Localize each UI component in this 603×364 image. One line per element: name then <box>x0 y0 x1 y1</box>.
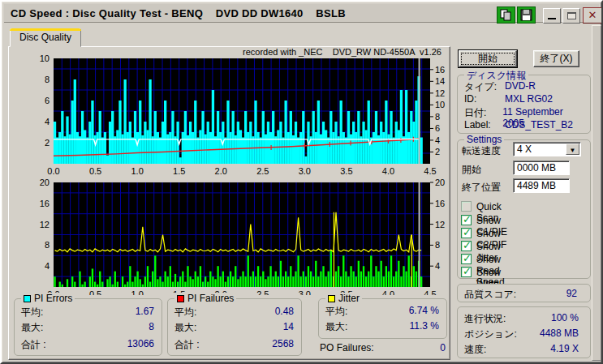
svg-text:4.0: 4.0 <box>382 289 394 295</box>
svg-text:20: 20 <box>435 178 445 187</box>
svg-text:4.0: 4.0 <box>382 166 394 176</box>
progress-row: ポジション:4488 MB <box>464 328 579 341</box>
jitter-legend-swatch <box>328 295 335 302</box>
pi-errors-box: PI Errors 平均:1.67 最大:8 合計 :13066 <box>14 298 162 356</box>
clipboard-icon <box>500 9 512 21</box>
chevron-down-icon[interactable]: ▼ <box>566 143 579 155</box>
window-title: CD Speed : Disc Quality Test - BENQ DVD … <box>11 7 346 19</box>
po-failures-row: PO Failures:0 <box>320 342 446 353</box>
svg-text:10: 10 <box>40 54 50 63</box>
disc-info-row: Label:CDS_TEST_B2 <box>464 119 583 131</box>
quality-charts: 2468102468101214160.00.51.01.52.02.53.03… <box>9 47 451 295</box>
minimize-icon[interactable] <box>543 8 561 24</box>
stat-row: 合計 :13066 <box>21 338 154 352</box>
svg-text:4: 4 <box>435 261 440 271</box>
svg-text:4: 4 <box>45 117 50 126</box>
pi-failures-caption: PI Failures <box>174 293 236 304</box>
save-icon[interactable] <box>517 6 536 24</box>
svg-text:3.0: 3.0 <box>299 166 311 176</box>
end-pos-field[interactable]: 4489 MB <box>513 178 570 193</box>
svg-text:8: 8 <box>45 240 50 250</box>
svg-text:0.0: 0.0 <box>47 166 59 176</box>
jitter-box: Jitter 平均:6.74 % 最大:11.3 % <box>318 298 447 339</box>
pi-errors-caption: PI Errors <box>21 293 75 304</box>
svg-text:8: 8 <box>435 240 440 250</box>
svg-text:8: 8 <box>435 112 440 122</box>
svg-text:2: 2 <box>45 138 50 148</box>
svg-text:2.5: 2.5 <box>256 166 269 176</box>
svg-text:8: 8 <box>45 75 50 84</box>
checkbox-icon[interactable]: ✓ <box>461 267 472 277</box>
pi-failures-box: PI Failures 平均:0.48 最大:14 合計 :2568 <box>167 298 302 356</box>
svg-text:1.0: 1.0 <box>131 166 143 176</box>
settings-caption: Settings <box>464 134 504 145</box>
start-pos-field[interactable]: 0000 MB <box>513 161 570 175</box>
progress-box: 進行状況:100 % ポジション:4488 MB 速度:4.19 X <box>457 306 591 358</box>
close-icon[interactable]: ✕ <box>583 7 602 24</box>
progress-row: 進行状況:100 % <box>464 312 579 326</box>
pi-errors-legend-swatch <box>24 295 31 302</box>
svg-text:0.5: 0.5 <box>89 289 101 295</box>
stat-row: 平均:0.48 <box>174 306 294 319</box>
copy-icon[interactable] <box>497 6 515 24</box>
right-edge-strip <box>592 25 601 361</box>
disc-quality-panel: recorded with _NEC DVD_RW ND-4550A v1.26… <box>8 46 450 360</box>
stat-row: 最大:8 <box>21 321 154 335</box>
minimize-glyph <box>548 18 556 19</box>
svg-text:1.5: 1.5 <box>173 166 185 176</box>
svg-text:4.5: 4.5 <box>424 289 436 295</box>
tab-disc-quality[interactable]: Disc Quality <box>10 28 81 47</box>
disc-info-group: ディスク情報 タイプ:DVD-R ID:MXL RG02 日付:11 Septe… <box>457 75 591 134</box>
quality-score-label: 品質スコア: <box>464 288 516 302</box>
svg-text:4.5: 4.5 <box>424 166 436 176</box>
speed-value: 4 X <box>517 143 532 155</box>
stat-row: 最大:11.3 % <box>325 320 439 334</box>
checkbox-icon[interactable]: ✓ <box>461 201 472 212</box>
svg-text:1.0: 1.0 <box>131 289 143 295</box>
stat-row: 平均:1.67 <box>21 306 154 319</box>
title-bar: CD Speed : Disc Quality Test - BENQ DVD … <box>4 4 599 23</box>
app-window: CD Speed : Disc Quality Test - BENQ DVD … <box>0 0 603 364</box>
stat-row: 平均:6.74 % <box>325 305 439 319</box>
checkbox-icon[interactable]: ✓ <box>461 241 472 251</box>
svg-text:12: 12 <box>435 88 445 98</box>
svg-text:16: 16 <box>435 199 445 208</box>
start-button[interactable]: 開始 <box>459 50 517 67</box>
checkbox-icon[interactable]: ✓ <box>461 215 472 225</box>
disc-info-row: ID:MXL RG02 <box>464 93 583 105</box>
svg-text:0.5: 0.5 <box>89 166 101 176</box>
maximize-icon[interactable] <box>562 8 580 24</box>
svg-text:6: 6 <box>435 123 440 133</box>
checkbox-icon[interactable]: ✓ <box>461 228 472 238</box>
stat-row: 合計 :2568 <box>174 338 294 352</box>
checkbox-icon[interactable]: ✓ <box>461 254 472 264</box>
svg-text:2.0: 2.0 <box>215 166 227 176</box>
svg-text:4: 4 <box>435 135 440 145</box>
maximize-glyph <box>567 12 576 19</box>
quality-score-value: 92 <box>566 288 577 299</box>
svg-text:20: 20 <box>40 178 50 187</box>
svg-text:14: 14 <box>435 76 445 86</box>
speed-label: 転送速度 <box>462 144 501 158</box>
disc-info-row: タイプ:DVD-R <box>464 80 583 94</box>
svg-text:16: 16 <box>435 65 445 75</box>
svg-text:12: 12 <box>40 220 50 229</box>
svg-text:3.5: 3.5 <box>340 166 352 176</box>
pi-failures-legend-swatch <box>177 295 184 302</box>
end-pos-label: 終了位置 <box>462 181 501 195</box>
quality-score-box: 品質スコア: 92 <box>457 284 591 302</box>
progress-row: 速度:4.19 X <box>464 343 579 357</box>
svg-text:16: 16 <box>40 199 50 208</box>
svg-text:12: 12 <box>435 220 445 229</box>
svg-text:6: 6 <box>45 96 50 105</box>
start-pos-label: 開始 <box>462 163 481 177</box>
jitter-caption: Jitter <box>325 293 362 304</box>
svg-text:2: 2 <box>435 147 440 156</box>
svg-text:10: 10 <box>435 100 445 109</box>
exit-button[interactable]: 終了(X) <box>533 50 579 67</box>
svg-text:3.0: 3.0 <box>299 289 311 295</box>
speed-combobox[interactable]: 4 X ▼ <box>513 142 581 156</box>
stat-row: 最大:14 <box>174 321 294 335</box>
floppy-icon <box>520 9 532 21</box>
svg-text:4: 4 <box>45 261 50 271</box>
